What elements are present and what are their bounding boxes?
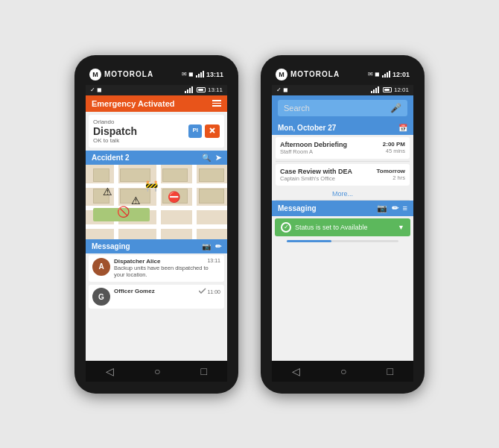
accident-header-icons: 🔍 ➤	[202, 154, 221, 162]
battery-left	[197, 87, 206, 92]
menu-icon-right[interactable]: ≡	[403, 204, 407, 213]
left-phone-header: M MOTOROLA ✉ ◼ 13:11	[82, 69, 231, 85]
message-text-1: Backup units have been dispatched to you…	[114, 265, 220, 280]
time-left: 13:11	[206, 71, 223, 78]
message-time-1: 13:11	[207, 258, 220, 265]
accident-title: Accident 2	[92, 154, 130, 162]
event-location-1: Staff Room A	[280, 148, 347, 155]
event-time-1: 2:00 PM 45 mins	[383, 141, 405, 154]
left-nav-bar: ◁ ○ □	[86, 361, 227, 382]
navigation-icon[interactable]: ➤	[215, 154, 221, 162]
screen-time-left: 13:11	[208, 86, 223, 93]
message-content-1: Dispatcher Alice 13:11 Backup units have…	[114, 258, 220, 280]
compose-add-icon[interactable]: ✏	[392, 204, 398, 213]
messaging-title-right: Messaging	[278, 204, 317, 212]
dispatch-btn-pi[interactable]: PI	[188, 124, 202, 138]
compose-icon-left[interactable]: ✏	[215, 242, 221, 250]
sender-name-1: Dispatcher Alice	[114, 258, 160, 265]
emergency-text: Emergency Activated	[92, 99, 174, 108]
messaging-header-icons-right: 📷 ✏ ≡	[377, 204, 407, 213]
mic-icon[interactable]: 🎤	[390, 103, 401, 113]
message-item-2[interactable]: G Officer Gomez 11:00	[89, 285, 224, 309]
messaging-title-left: Messaging	[92, 242, 130, 250]
battery-right	[383, 87, 392, 92]
event-time-2: Tomorrow 2 hrs	[376, 168, 405, 181]
recent-button-right[interactable]: □	[387, 365, 393, 377]
calendar-add-icon[interactable]: 📅	[398, 124, 407, 132]
event-title-1: Afternoon Debriefing	[280, 141, 347, 148]
status-left: ✓ Status is set to Available	[281, 222, 367, 233]
more-link[interactable]: More...	[272, 188, 413, 200]
hamburger-icon[interactable]	[212, 100, 221, 107]
dispatch-info: Orlando Dispatch OK to talk	[93, 119, 137, 144]
divider-1	[276, 161, 410, 162]
event-duration-2: 2 hrs	[376, 174, 405, 181]
sender-name-2: Officer Gomez	[114, 288, 155, 294]
messaging-section-header-left: Messaging 📷 ✏	[86, 239, 227, 253]
dispatch-btn-close[interactable]	[205, 124, 220, 138]
event-details-1: Afternoon Debriefing Staff Room A	[280, 141, 347, 155]
chevron-down-icon[interactable]: ▼	[398, 224, 404, 231]
message-content-2: Officer Gomez 11:00	[114, 288, 220, 306]
camera-icon-left[interactable]: 📷	[202, 242, 211, 250]
message-item-1[interactable]: A Dispatcher Alice 13:11 Backup units ha…	[89, 255, 224, 283]
status-text: Status is set to Available	[295, 224, 367, 231]
dispatch-card: Orlando Dispatch OK to talk PI	[89, 115, 224, 148]
recent-button-left[interactable]: □	[201, 365, 207, 377]
screen-signal-left	[185, 86, 193, 93]
screen-signal-right	[371, 86, 379, 93]
event-item-1[interactable]: Afternoon Debriefing Staff Room A 2:00 P…	[276, 137, 410, 159]
right-nav-bar: ◁ ○ □	[272, 361, 413, 382]
message-time-2: 11:00	[199, 288, 220, 294]
top-icons-right: ✉ ◼ 12:01	[368, 71, 410, 78]
right-phone-header: M MOTOROLA ✉ ◼ 12:01	[268, 69, 417, 85]
event-time-main-2: Tomorrow	[376, 168, 405, 174]
dispatch-location: Orlando	[93, 119, 137, 125]
brand-name-right: MOTOROLA	[290, 70, 340, 78]
back-button-right[interactable]: ◁	[292, 365, 300, 377]
calendar-date: Mon, October 27	[278, 124, 336, 132]
home-button-left[interactable]: ○	[154, 365, 160, 377]
map-area[interactable]: ⚠ ⚠ 🚧 ⛔ 🚫	[86, 165, 227, 239]
screen-time-right: 12:01	[394, 86, 409, 93]
search-bar: Search 🎤	[272, 95, 413, 121]
camera-add-icon[interactable]: 📷	[377, 204, 387, 213]
left-status-icons: ✓ ◼	[90, 86, 102, 93]
map-marker-1: ⚠	[103, 186, 112, 198]
event-details-2: Case Review with DEA Captain Smith's Off…	[280, 168, 352, 182]
moto-circle-right: M	[276, 69, 287, 81]
emergency-bar[interactable]: Emergency Activated	[86, 95, 227, 112]
dispatch-status: OK to talk	[93, 137, 137, 144]
time-right: 12:01	[392, 71, 410, 78]
left-status-bar: ✓ ◼ 13:11	[86, 85, 227, 95]
check-icon: ✓	[281, 222, 291, 233]
progress-bar-container	[287, 240, 398, 242]
event-duration-1: 45 mins	[383, 148, 405, 154]
signal-right	[382, 71, 390, 78]
map-marker-4: ⛔	[168, 191, 180, 203]
search-icon[interactable]: 🔍	[202, 154, 211, 162]
map-marker-2: ⚠	[131, 195, 141, 206]
right-status-bar: ✓ ◼ 12:01	[272, 85, 413, 95]
event-item-2[interactable]: Case Review with DEA Captain Smith's Off…	[276, 164, 410, 186]
event-location-2: Captain Smith's Office	[280, 175, 352, 182]
map-marker-5: 🚫	[117, 206, 130, 218]
event-title-2: Case Review with DEA	[280, 168, 352, 175]
right-screen: ✓ ◼ 12:01 Search 🎤 Mon, October	[272, 85, 413, 361]
avatar-dispatcher: A	[92, 258, 110, 276]
messaging-section-header-right: Messaging 📷 ✏ ≡	[272, 201, 413, 216]
back-button-left[interactable]: ◁	[106, 365, 114, 377]
left-phone: M MOTOROLA ✉ ◼ 13:11 ✓ ◼	[74, 55, 238, 394]
status-available[interactable]: ✓ Status is set to Available ▼	[275, 218, 410, 236]
right-phone: M MOTOROLA ✉ ◼ 12:01 ✓ ◼	[261, 55, 425, 394]
accident-section-header: Accident 2 🔍 ➤	[86, 151, 227, 165]
dispatch-buttons: PI	[188, 124, 220, 138]
motorola-logo-right: M MOTOROLA	[276, 69, 340, 81]
search-box[interactable]: Search 🎤	[278, 100, 407, 116]
progress-bar-fill	[287, 240, 331, 242]
right-status-icons: ✓ ◼	[276, 86, 288, 93]
home-button-right[interactable]: ○	[340, 365, 346, 377]
calendar-header: Mon, October 27 📅	[272, 121, 413, 135]
avatar-officer: G	[92, 288, 110, 306]
top-icons-left: ✉ ◼ 13:11	[182, 71, 223, 78]
